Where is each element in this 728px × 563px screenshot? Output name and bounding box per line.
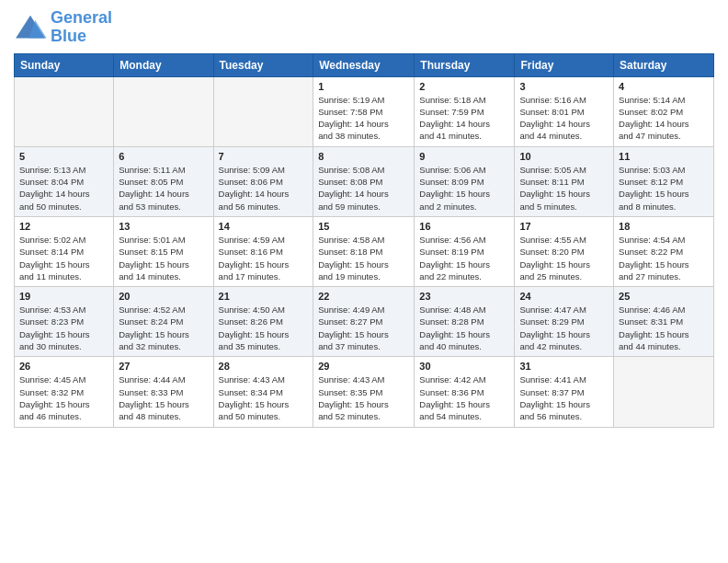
day-number: 25 xyxy=(619,291,709,302)
calendar-day-2: 2Sunrise: 5:18 AM Sunset: 7:59 PM Daylig… xyxy=(415,76,515,146)
day-number: 12 xyxy=(19,221,108,232)
day-info: Sunrise: 4:43 AM Sunset: 8:35 PM Dayligh… xyxy=(318,373,409,422)
day-info: Sunrise: 5:19 AM Sunset: 7:58 PM Dayligh… xyxy=(318,94,409,143)
day-number: 21 xyxy=(219,291,309,302)
day-info: Sunrise: 4:55 AM Sunset: 8:20 PM Dayligh… xyxy=(519,234,609,282)
calendar-day-25: 25Sunrise: 4:46 AM Sunset: 8:31 PM Dayli… xyxy=(614,287,714,357)
day-info: Sunrise: 5:16 AM Sunset: 8:01 PM Dayligh… xyxy=(519,94,609,143)
calendar-day-19: 19Sunrise: 4:53 AM Sunset: 8:23 PM Dayli… xyxy=(15,287,114,357)
page: General Blue SundayMondayTuesdayWednesda… xyxy=(0,0,728,437)
calendar-day-18: 18Sunrise: 4:54 AM Sunset: 8:22 PM Dayli… xyxy=(614,216,714,286)
day-info: Sunrise: 5:08 AM Sunset: 8:08 PM Dayligh… xyxy=(318,164,409,213)
day-info: Sunrise: 4:48 AM Sunset: 8:28 PM Dayligh… xyxy=(419,304,509,352)
day-info: Sunrise: 4:53 AM Sunset: 8:23 PM Dayligh… xyxy=(19,304,108,352)
logo-icon xyxy=(14,14,47,41)
day-info: Sunrise: 5:02 AM Sunset: 8:14 PM Dayligh… xyxy=(19,234,108,282)
day-info: Sunrise: 4:56 AM Sunset: 8:19 PM Dayligh… xyxy=(419,234,509,282)
day-info: Sunrise: 5:14 AM Sunset: 8:02 PM Dayligh… xyxy=(619,94,709,143)
weekday-header-tuesday: Tuesday xyxy=(213,53,313,76)
day-number: 6 xyxy=(119,151,208,162)
weekday-header-saturday: Saturday xyxy=(614,53,714,76)
calendar-day-17: 17Sunrise: 4:55 AM Sunset: 8:20 PM Dayli… xyxy=(515,216,614,286)
calendar-day-6: 6Sunrise: 5:11 AM Sunset: 8:05 PM Daylig… xyxy=(114,146,213,216)
day-info: Sunrise: 4:50 AM Sunset: 8:26 PM Dayligh… xyxy=(219,304,309,352)
calendar-day-3: 3Sunrise: 5:16 AM Sunset: 8:01 PM Daylig… xyxy=(515,76,614,146)
calendar-header-row: SundayMondayTuesdayWednesdayThursdayFrid… xyxy=(15,53,714,76)
calendar-day-28: 28Sunrise: 4:43 AM Sunset: 8:34 PM Dayli… xyxy=(213,357,313,427)
day-info: Sunrise: 5:13 AM Sunset: 8:04 PM Dayligh… xyxy=(19,164,108,213)
calendar-empty-cell xyxy=(15,76,114,146)
day-number: 13 xyxy=(119,221,208,232)
day-info: Sunrise: 4:41 AM Sunset: 8:37 PM Dayligh… xyxy=(519,373,609,422)
calendar-day-8: 8Sunrise: 5:08 AM Sunset: 8:08 PM Daylig… xyxy=(313,146,415,216)
weekday-header-monday: Monday xyxy=(114,53,213,76)
day-number: 27 xyxy=(119,361,208,372)
day-number: 23 xyxy=(419,291,509,302)
calendar-day-31: 31Sunrise: 4:41 AM Sunset: 8:37 PM Dayli… xyxy=(515,357,614,427)
calendar-day-5: 5Sunrise: 5:13 AM Sunset: 8:04 PM Daylig… xyxy=(15,146,114,216)
calendar-day-11: 11Sunrise: 5:03 AM Sunset: 8:12 PM Dayli… xyxy=(614,146,714,216)
calendar-day-1: 1Sunrise: 5:19 AM Sunset: 7:58 PM Daylig… xyxy=(313,76,415,146)
calendar-empty-cell xyxy=(213,76,313,146)
calendar-empty-cell xyxy=(614,357,714,427)
day-info: Sunrise: 4:59 AM Sunset: 8:16 PM Dayligh… xyxy=(219,234,309,282)
day-number: 1 xyxy=(318,81,409,92)
day-number: 30 xyxy=(419,361,509,372)
weekday-header-sunday: Sunday xyxy=(15,53,114,76)
weekday-header-wednesday: Wednesday xyxy=(313,53,415,76)
day-number: 31 xyxy=(519,361,609,372)
day-number: 11 xyxy=(619,151,709,162)
day-info: Sunrise: 4:49 AM Sunset: 8:27 PM Dayligh… xyxy=(318,304,409,352)
day-number: 17 xyxy=(519,221,609,232)
day-number: 4 xyxy=(619,81,709,92)
calendar-day-10: 10Sunrise: 5:05 AM Sunset: 8:11 PM Dayli… xyxy=(515,146,614,216)
day-number: 2 xyxy=(419,81,509,92)
day-number: 7 xyxy=(219,151,309,162)
calendar-table: SundayMondayTuesdayWednesdayThursdayFrid… xyxy=(14,53,714,428)
day-info: Sunrise: 4:42 AM Sunset: 8:36 PM Dayligh… xyxy=(419,373,509,422)
calendar-day-7: 7Sunrise: 5:09 AM Sunset: 8:06 PM Daylig… xyxy=(213,146,313,216)
day-info: Sunrise: 5:05 AM Sunset: 8:11 PM Dayligh… xyxy=(519,164,609,213)
calendar-day-23: 23Sunrise: 4:48 AM Sunset: 8:28 PM Dayli… xyxy=(415,287,515,357)
calendar-day-20: 20Sunrise: 4:52 AM Sunset: 8:24 PM Dayli… xyxy=(114,287,213,357)
calendar-day-29: 29Sunrise: 4:43 AM Sunset: 8:35 PM Dayli… xyxy=(313,357,415,427)
day-info: Sunrise: 4:45 AM Sunset: 8:32 PM Dayligh… xyxy=(19,373,108,422)
calendar-week-row: 19Sunrise: 4:53 AM Sunset: 8:23 PM Dayli… xyxy=(15,287,714,357)
day-number: 16 xyxy=(419,221,509,232)
day-info: Sunrise: 5:09 AM Sunset: 8:06 PM Dayligh… xyxy=(219,164,309,213)
calendar-day-13: 13Sunrise: 5:01 AM Sunset: 8:15 PM Dayli… xyxy=(114,216,213,286)
day-info: Sunrise: 4:47 AM Sunset: 8:29 PM Dayligh… xyxy=(519,304,609,352)
day-info: Sunrise: 4:46 AM Sunset: 8:31 PM Dayligh… xyxy=(619,304,709,352)
calendar-day-14: 14Sunrise: 4:59 AM Sunset: 8:16 PM Dayli… xyxy=(213,216,313,286)
calendar-day-21: 21Sunrise: 4:50 AM Sunset: 8:26 PM Dayli… xyxy=(213,287,313,357)
day-number: 19 xyxy=(19,291,108,302)
day-info: Sunrise: 4:54 AM Sunset: 8:22 PM Dayligh… xyxy=(619,234,709,282)
header: General Blue xyxy=(14,9,714,46)
day-number: 15 xyxy=(318,221,409,232)
day-info: Sunrise: 4:52 AM Sunset: 8:24 PM Dayligh… xyxy=(119,304,208,352)
day-info: Sunrise: 4:43 AM Sunset: 8:34 PM Dayligh… xyxy=(219,373,309,422)
day-number: 9 xyxy=(419,151,509,162)
day-number: 3 xyxy=(519,81,609,92)
calendar-day-16: 16Sunrise: 4:56 AM Sunset: 8:19 PM Dayli… xyxy=(415,216,515,286)
calendar-day-12: 12Sunrise: 5:02 AM Sunset: 8:14 PM Dayli… xyxy=(15,216,114,286)
logo-text: General Blue xyxy=(51,9,112,46)
day-number: 24 xyxy=(519,291,609,302)
day-number: 14 xyxy=(219,221,309,232)
calendar-week-row: 1Sunrise: 5:19 AM Sunset: 7:58 PM Daylig… xyxy=(15,76,714,146)
day-number: 18 xyxy=(619,221,709,232)
day-number: 29 xyxy=(318,361,409,372)
weekday-header-friday: Friday xyxy=(515,53,614,76)
calendar-day-9: 9Sunrise: 5:06 AM Sunset: 8:09 PM Daylig… xyxy=(415,146,515,216)
day-info: Sunrise: 5:03 AM Sunset: 8:12 PM Dayligh… xyxy=(619,164,709,213)
calendar-day-24: 24Sunrise: 4:47 AM Sunset: 8:29 PM Dayli… xyxy=(515,287,614,357)
calendar-week-row: 12Sunrise: 5:02 AM Sunset: 8:14 PM Dayli… xyxy=(15,216,714,286)
day-number: 26 xyxy=(19,361,108,372)
day-number: 10 xyxy=(519,151,609,162)
calendar-empty-cell xyxy=(114,76,213,146)
day-number: 5 xyxy=(19,151,108,162)
calendar-day-27: 27Sunrise: 4:44 AM Sunset: 8:33 PM Dayli… xyxy=(114,357,213,427)
calendar-day-22: 22Sunrise: 4:49 AM Sunset: 8:27 PM Dayli… xyxy=(313,287,415,357)
calendar-week-row: 5Sunrise: 5:13 AM Sunset: 8:04 PM Daylig… xyxy=(15,146,714,216)
day-info: Sunrise: 5:11 AM Sunset: 8:05 PM Dayligh… xyxy=(119,164,208,213)
